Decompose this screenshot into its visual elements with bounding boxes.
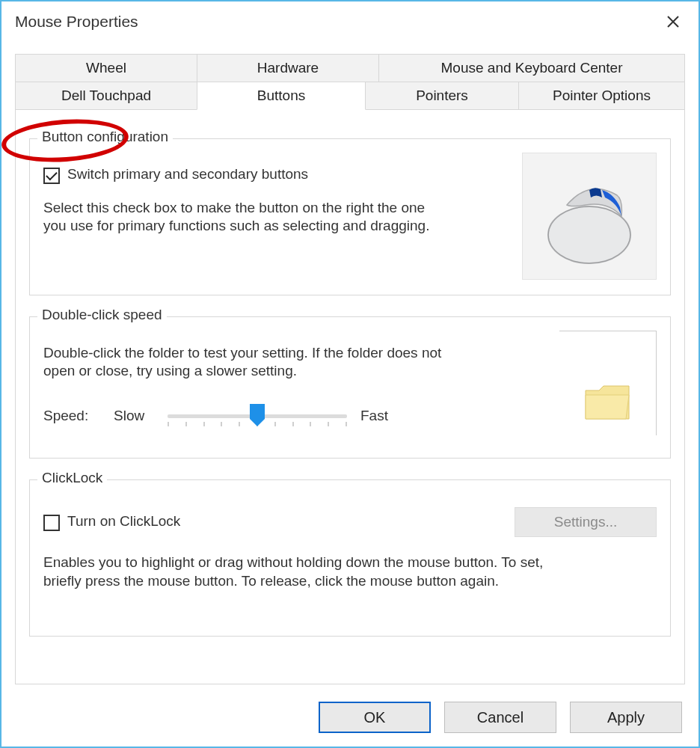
speed-label: Speed: <box>43 408 100 424</box>
apply-button[interactable]: Apply <box>570 702 682 733</box>
double-click-test-area[interactable] <box>559 331 657 435</box>
client-area: Wheel Hardware Mouse and Keyboard Center… <box>15 54 685 688</box>
folder-icon <box>581 380 635 425</box>
switch-buttons-label: Switch primary and secondary buttons <box>67 166 308 183</box>
close-button[interactable] <box>657 5 690 38</box>
clicklock-checkbox[interactable] <box>43 515 60 531</box>
tab-pointers[interactable]: Pointers <box>365 82 519 110</box>
tab-mouse-keyboard-center[interactable]: Mouse and Keyboard Center <box>378 54 685 82</box>
fast-label: Fast <box>360 408 401 424</box>
tab-pointer-options[interactable]: Pointer Options <box>518 82 685 110</box>
slow-label: Slow <box>114 408 154 424</box>
mouse-preview-image <box>522 153 657 280</box>
mouse-properties-dialog: Mouse Properties Wheel Hardware Mouse an… <box>0 0 700 748</box>
double-click-speed-legend: Double-click speed <box>37 307 167 323</box>
double-click-speed-slider[interactable] <box>168 405 347 426</box>
clicklock-group: ClickLock Turn on ClickLock Settings... … <box>29 479 671 637</box>
clicklock-legend: ClickLock <box>37 470 107 486</box>
window-title: Mouse Properties <box>15 13 138 31</box>
tab-wheel[interactable]: Wheel <box>15 54 197 82</box>
button-configuration-description: Select this check box to make the button… <box>43 199 447 235</box>
titlebar: Mouse Properties <box>1 1 699 42</box>
cancel-button[interactable]: Cancel <box>444 702 556 733</box>
clicklock-label: Turn on ClickLock <box>67 513 180 530</box>
mouse-icon <box>533 164 645 269</box>
double-click-description: Double-click the folder to test your set… <box>43 344 462 380</box>
ok-button[interactable]: OK <box>319 702 431 733</box>
button-configuration-legend: Button configuration <box>37 129 173 145</box>
clicklock-description: Enables you to highlight or drag without… <box>43 554 582 590</box>
buttons-panel: Button configuration Switch primary and … <box>15 110 685 684</box>
button-configuration-group: Button configuration Switch primary and … <box>29 138 671 295</box>
tab-hardware[interactable]: Hardware <box>197 54 379 82</box>
double-click-speed-group: Double-click speed Double-click the fold… <box>29 316 671 459</box>
switch-buttons-checkbox[interactable] <box>43 168 60 184</box>
tabstrip: Wheel Hardware Mouse and Keyboard Center… <box>15 54 685 110</box>
clicklock-settings-button: Settings... <box>515 507 657 537</box>
close-icon <box>666 15 680 28</box>
tab-dell-touchpad[interactable]: Dell Touchpad <box>15 82 197 110</box>
tab-buttons[interactable]: Buttons <box>197 82 366 110</box>
dialog-button-bar: OK Cancel Apply <box>319 702 682 733</box>
